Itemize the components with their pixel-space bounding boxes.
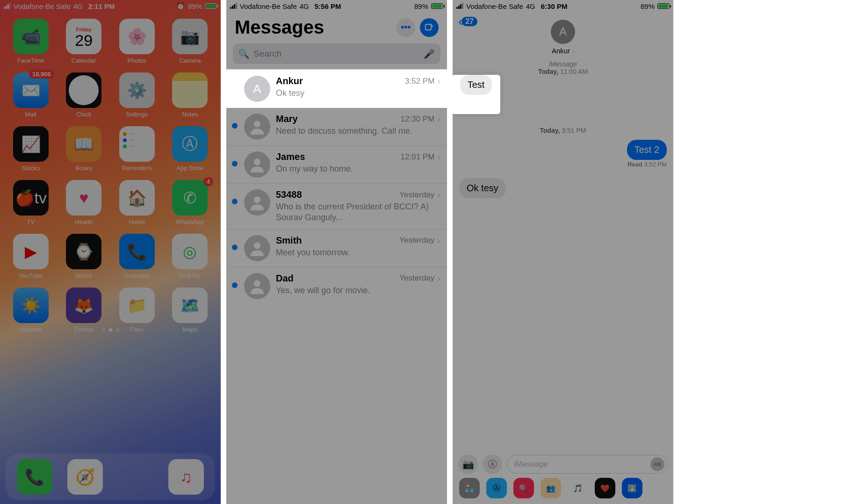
messages-list-panel: Vodafone-Be Safe 4G 5:56 PM 89% Messages… bbox=[226, 0, 447, 504]
search-field[interactable]: 🔍 Search 🎤 bbox=[233, 43, 440, 64]
avatar bbox=[244, 235, 270, 261]
chevron-right-icon: › bbox=[437, 151, 440, 162]
app-label: Reminders bbox=[122, 165, 151, 172]
network-label: 4G bbox=[300, 2, 309, 10]
app-calendar[interactable]: Friday29Calendar bbox=[65, 19, 104, 64]
strip-app-6[interactable]: ⬇️ bbox=[622, 478, 642, 498]
app-watch[interactable]: ⌚Watch bbox=[65, 234, 104, 279]
thread-row[interactable]: James12:01 PM›On my way to home. bbox=[226, 145, 447, 183]
alarm-icon: ⏰ bbox=[176, 2, 185, 10]
app-youtube[interactable]: ▶YouTube bbox=[11, 234, 50, 279]
app-findmy[interactable]: ◎Find My bbox=[171, 234, 210, 279]
highlighted-message: Test bbox=[453, 75, 500, 114]
received-bubble[interactable]: Test bbox=[460, 75, 492, 95]
dictate-icon[interactable]: 🎤 bbox=[424, 49, 435, 59]
reminders-icon: ────── bbox=[119, 126, 155, 162]
app-stocks[interactable]: 📈Stocks bbox=[11, 126, 50, 172]
app-truecaller[interactable]: 📞Truecaller bbox=[117, 234, 157, 279]
app-messages[interactable]: 💬28 bbox=[118, 459, 153, 495]
network-label: 4G bbox=[526, 2, 535, 10]
health-icon: ♥ bbox=[66, 180, 101, 216]
strip-app-2[interactable]: 🔍 bbox=[513, 478, 534, 498]
app-firefox[interactable]: 🦊Firefox bbox=[65, 288, 104, 333]
avatar bbox=[244, 273, 270, 299]
signal-icon bbox=[230, 3, 237, 9]
clock-label: 6:30 PM bbox=[541, 2, 568, 10]
thread-row[interactable]: AAnkur3:52 PM›Ok tesy bbox=[226, 70, 447, 108]
chevron-right-icon: › bbox=[437, 189, 440, 200]
app-tv[interactable]: 🍎tvTV bbox=[11, 180, 50, 225]
svg-rect-9 bbox=[657, 463, 658, 466]
app-safari[interactable]: 🧭 bbox=[67, 459, 103, 495]
app-books[interactable]: 📖Books bbox=[65, 126, 104, 172]
avatar: A bbox=[244, 76, 270, 102]
badge: 4 bbox=[203, 177, 213, 186]
app-notes[interactable]: Notes bbox=[171, 72, 210, 118]
books-icon: 📖 bbox=[66, 126, 101, 162]
compose-button[interactable] bbox=[420, 18, 439, 37]
sent-bubble[interactable]: Test 2 bbox=[627, 140, 667, 160]
app-mail[interactable]: ✉️18,906Mail bbox=[11, 72, 50, 118]
conversation-panel: Vodafone-Be Safe 4G 6:30 PM 89% ‹ 27 A A… bbox=[453, 0, 673, 504]
app-maps[interactable]: 🗺️Maps bbox=[171, 288, 210, 333]
app-label: Notes bbox=[182, 111, 198, 118]
unread-dot bbox=[232, 199, 238, 204]
app-label: Clock bbox=[76, 111, 92, 118]
app-weather[interactable]: ☀️Weather bbox=[11, 288, 50, 333]
clock-label: 2:11 PM bbox=[88, 2, 115, 10]
message-input[interactable]: iMessage bbox=[507, 455, 668, 474]
thread-row[interactable]: Mary12:30 PM›Need to discuss something. … bbox=[226, 108, 447, 145]
carrier-label: Vodafone-Be Safe bbox=[240, 2, 297, 10]
app-phone[interactable]: 📞 bbox=[17, 459, 52, 495]
contact-name: Ankur bbox=[552, 47, 570, 55]
thread-row[interactable]: DadYesterday›Yes, we will go for movie. bbox=[226, 267, 447, 305]
more-button[interactable]: ••• bbox=[396, 18, 415, 37]
app-camera[interactable]: 📷Camera bbox=[171, 19, 210, 64]
strip-app-3[interactable]: 👥 bbox=[541, 478, 561, 498]
facetime-icon: 📹 bbox=[13, 19, 49, 54]
app-label: FaceTime bbox=[17, 57, 44, 64]
clock-icon bbox=[66, 72, 101, 108]
svg-rect-7 bbox=[654, 463, 655, 465]
read-receipt: Read 3:52 PM bbox=[453, 161, 667, 168]
strip-app-0[interactable]: 🏪 bbox=[459, 478, 480, 498]
app-photos[interactable]: 🌸Photos bbox=[117, 19, 157, 64]
strip-app-5[interactable]: ❤️ bbox=[595, 478, 615, 498]
app-appstore[interactable]: ⒶApp Store bbox=[171, 126, 210, 172]
strip-app-1[interactable]: Ⓐ bbox=[486, 478, 507, 498]
app-strip[interactable]: 🏪Ⓐ🔍👥🎵❤️⬇️ bbox=[453, 476, 673, 500]
svg-rect-8 bbox=[656, 462, 656, 466]
page-dots[interactable] bbox=[0, 328, 221, 331]
unread-dot bbox=[232, 282, 238, 288]
received-bubble[interactable]: Ok tesy bbox=[459, 178, 506, 198]
camera-button[interactable]: 📷 bbox=[458, 454, 478, 474]
strip-app-4[interactable]: 🎵 bbox=[568, 478, 588, 498]
app-facetime[interactable]: 📹FaceTime bbox=[11, 19, 50, 64]
thread-row[interactable]: 53488Yesterday›Who is the current Presid… bbox=[226, 183, 447, 229]
appstore-button[interactable]: Ⓐ bbox=[483, 454, 502, 474]
app-music[interactable]: ♫ bbox=[168, 459, 204, 495]
mail-icon: ✉️18,906 bbox=[13, 72, 49, 108]
photos-icon: 🌸 bbox=[119, 19, 155, 54]
app-settings[interactable]: ⚙️Settings bbox=[117, 72, 157, 118]
app-home[interactable]: 🏠Home bbox=[117, 180, 157, 225]
dictate-button[interactable] bbox=[650, 457, 664, 471]
back-count-badge: 27 bbox=[461, 17, 477, 26]
chevron-right-icon: › bbox=[572, 47, 574, 55]
app-label: Calendar bbox=[72, 57, 96, 64]
app-reminders[interactable]: ──────Reminders bbox=[117, 126, 157, 172]
app-health[interactable]: ♥Health bbox=[65, 180, 104, 225]
thread-row[interactable]: SmithYesterday›Meet you tomorrow. bbox=[226, 229, 447, 267]
thread-preview: Yes, we will go for movie. bbox=[276, 285, 440, 296]
app-whatsapp[interactable]: ✆4WhatsApp bbox=[171, 180, 210, 225]
app-files[interactable]: 📁Files bbox=[117, 288, 157, 333]
svg-point-6 bbox=[254, 280, 260, 287]
contact-header[interactable]: A Ankur › bbox=[453, 20, 673, 55]
back-button[interactable]: ‹ 27 bbox=[458, 14, 477, 29]
app-clock[interactable]: Clock bbox=[65, 72, 104, 118]
notes-icon bbox=[172, 72, 208, 108]
signal-icon bbox=[456, 3, 463, 9]
carrier-label: Vodafone-Be Safe bbox=[14, 2, 71, 10]
stocks-icon: 📈 bbox=[13, 126, 49, 162]
chevron-right-icon: › bbox=[437, 114, 440, 124]
